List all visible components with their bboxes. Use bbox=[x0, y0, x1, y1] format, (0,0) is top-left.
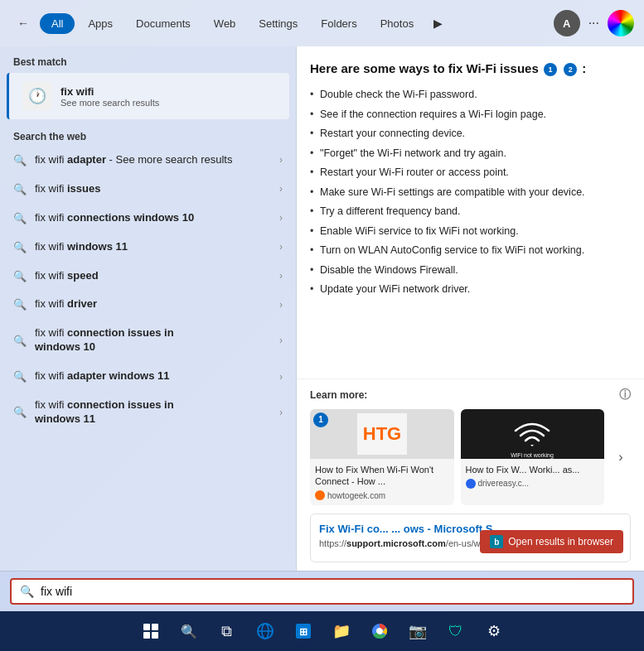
card-text-1: How to Fix When Wi-Fi Won't Connect - Ho… bbox=[310, 459, 454, 491]
search-popup: ← All Apps Documents Web Settings Folder… bbox=[0, 0, 644, 611]
best-match-label: Best match bbox=[0, 46, 296, 73]
search-item-text-4: fix wifi windows 11 bbox=[35, 240, 273, 254]
svg-text:⊞: ⊞ bbox=[299, 626, 307, 638]
search-input[interactable] bbox=[41, 585, 624, 598]
back-button[interactable]: ← bbox=[10, 10, 36, 36]
learn-more-label: Learn more: ⓘ bbox=[310, 388, 631, 403]
taskbar-security[interactable]: 🛡 bbox=[439, 615, 472, 648]
arrow-icon-6: › bbox=[279, 299, 283, 311]
tab-photos[interactable]: Photos bbox=[370, 13, 424, 34]
more-tabs-button[interactable]: ▶ bbox=[427, 12, 449, 34]
card-num-1: 1 bbox=[313, 412, 328, 427]
arrow-icon-8: › bbox=[279, 371, 283, 383]
svg-text:HTG: HTG bbox=[363, 423, 401, 444]
start-button[interactable] bbox=[134, 615, 167, 648]
tab-settings[interactable]: Settings bbox=[249, 13, 307, 34]
card-img-2: WiFi not working bbox=[461, 409, 605, 459]
tab-web[interactable]: Web bbox=[204, 13, 246, 34]
bullet-6: Make sure Wi-Fi settings are compatible … bbox=[310, 183, 631, 203]
colorful-icon[interactable] bbox=[608, 10, 634, 36]
search-icon-8: 🔍 bbox=[13, 370, 27, 383]
tab-all[interactable]: All bbox=[40, 13, 75, 34]
learn-card-2[interactable]: 2 WiFi not working bbox=[461, 409, 605, 506]
taskbar-chrome[interactable] bbox=[363, 615, 396, 648]
arrow-icon-9: › bbox=[279, 407, 283, 418]
taskbar-photos[interactable]: 📷 bbox=[401, 615, 434, 648]
search-result-item[interactable]: 🔍 fix wifi adapter windows 11 › bbox=[0, 362, 296, 391]
search-icon-5: 🔍 bbox=[13, 270, 27, 282]
menu-button[interactable]: ··· bbox=[583, 12, 604, 34]
best-match-title: fix wifi bbox=[61, 85, 159, 98]
main-content: Best match 🕐 fix wifi See more search re… bbox=[0, 46, 644, 571]
search-result-item[interactable]: 🔍 fix wifi speed › bbox=[0, 262, 296, 291]
bullet-3: Restart your connecting device. bbox=[310, 124, 631, 144]
bullet-10: Disable the Windows Firewall. bbox=[310, 261, 631, 281]
taskbar-explorer[interactable]: 📁 bbox=[325, 615, 358, 648]
bullet-4: "Forget" the Wi-Fi network and try again… bbox=[310, 144, 631, 164]
search-item-text-7: fix wifi connection issues inwindows 10 bbox=[35, 326, 273, 354]
taskbar-settings[interactable]: ⚙ bbox=[477, 615, 511, 648]
avatar: A bbox=[554, 10, 580, 36]
search-icon-9: 🔍 bbox=[13, 406, 27, 418]
search-result-item[interactable]: 🔍 fix wifi issues › bbox=[0, 175, 296, 204]
card-text-2: How to Fix W... Worki... as... bbox=[461, 459, 605, 479]
search-result-item[interactable]: 🔍 fix wifi connection issues inwindows 1… bbox=[0, 319, 296, 362]
search-icon-6: 🔍 bbox=[13, 298, 27, 311]
search-bar-icon: 🔍 bbox=[20, 585, 34, 598]
arrow-icon-3: › bbox=[279, 212, 283, 224]
search-item-text-9: fix wifi connection issues inwindows 11 bbox=[35, 398, 273, 427]
search-item-text-1: fix wifi adapter - See more search resul… bbox=[35, 153, 273, 167]
arrow-icon-1: › bbox=[279, 154, 283, 166]
search-result-item[interactable]: 🔍 fix wifi driver › bbox=[0, 290, 296, 319]
web-result[interactable]: Fix Wi-Fi co... ... ows - Microsoft S...… bbox=[310, 514, 631, 562]
search-bar-area: 🔍 bbox=[0, 571, 644, 611]
search-result-item[interactable]: 🔍 fix wifi connection issues inwindows 1… bbox=[0, 391, 296, 434]
bullet-1: Double check the Wi-Fi password. bbox=[310, 85, 631, 105]
badge-2: 2 bbox=[564, 63, 577, 76]
card-img-1: HTG bbox=[310, 409, 454, 459]
search-item-text-6: fix wifi driver bbox=[35, 297, 273, 311]
next-cards-button[interactable]: › bbox=[611, 409, 631, 506]
domain-icon-2 bbox=[466, 479, 476, 489]
search-bar: 🔍 bbox=[10, 578, 634, 605]
search-result-item[interactable]: 🔍 fix wifi connections windows 10 › bbox=[0, 204, 296, 233]
bullet-8: Enable WiFi service to fix WiFi not work… bbox=[310, 222, 631, 242]
bullet-9: Turn on WLAN AutoConfig service to fix W… bbox=[310, 241, 631, 261]
arrow-icon-7: › bbox=[279, 335, 283, 346]
taskbar-store[interactable]: ⊞ bbox=[287, 615, 320, 648]
best-match-subtitle: See more search results bbox=[61, 98, 159, 108]
tab-folders[interactable]: Folders bbox=[311, 13, 366, 34]
windows-logo bbox=[143, 624, 158, 639]
tab-apps[interactable]: Apps bbox=[78, 13, 123, 34]
svg-text:WiFi not working: WiFi not working bbox=[511, 452, 554, 459]
best-match-item[interactable]: 🕐 fix wifi See more search results bbox=[7, 73, 289, 119]
bullet-11: Update your WiFi network driver. bbox=[310, 280, 631, 300]
card-domain-2: drivereasy.c... bbox=[461, 479, 605, 494]
taskbar-taskview[interactable]: ⧉ bbox=[211, 615, 244, 648]
learn-more-section: Learn more: ⓘ 1 HTG How to Fix Wh bbox=[297, 379, 644, 514]
search-result-item[interactable]: 🔍 fix wifi windows 11 › bbox=[0, 233, 296, 262]
learn-more-cards: 1 HTG How to Fix When Wi-Fi Won't Connec… bbox=[310, 409, 631, 506]
bullet-5: Restart your Wi-Fi router or access poin… bbox=[310, 163, 631, 183]
right-panel: Here are some ways to fix Wi-Fi issues 1… bbox=[297, 46, 644, 571]
bing-logo: b bbox=[490, 535, 503, 548]
svg-rect-2 bbox=[499, 409, 565, 459]
domain-icon-1 bbox=[315, 490, 325, 500]
search-item-text-8: fix wifi adapter windows 11 bbox=[35, 369, 273, 383]
search-icon-4: 🔍 bbox=[13, 241, 27, 253]
info-icon[interactable]: ⓘ bbox=[619, 388, 631, 403]
best-match-text: fix wifi See more search results bbox=[61, 85, 159, 108]
tab-documents[interactable]: Documents bbox=[126, 13, 201, 34]
search-result-item[interactable]: 🔍 fix wifi adapter - See more search res… bbox=[0, 146, 296, 175]
search-icon-2: 🔍 bbox=[13, 183, 27, 195]
search-icon-7: 🔍 bbox=[13, 335, 27, 347]
taskbar-search-button[interactable]: 🔍 bbox=[172, 615, 206, 648]
info-card-title: Here are some ways to fix Wi-Fi issues 1… bbox=[310, 60, 631, 77]
badge-1: 1 bbox=[544, 63, 557, 76]
taskbar-browser[interactable] bbox=[249, 615, 282, 648]
learn-card-1[interactable]: 1 HTG How to Fix When Wi-Fi Won't Connec… bbox=[310, 409, 454, 506]
open-browser-button[interactable]: b Open results in browser bbox=[480, 530, 623, 553]
best-match-icon: 🕐 bbox=[22, 81, 52, 111]
info-bullets: Double check the Wi-Fi password. See if … bbox=[310, 85, 631, 300]
search-icon-1: 🔍 bbox=[13, 154, 27, 166]
